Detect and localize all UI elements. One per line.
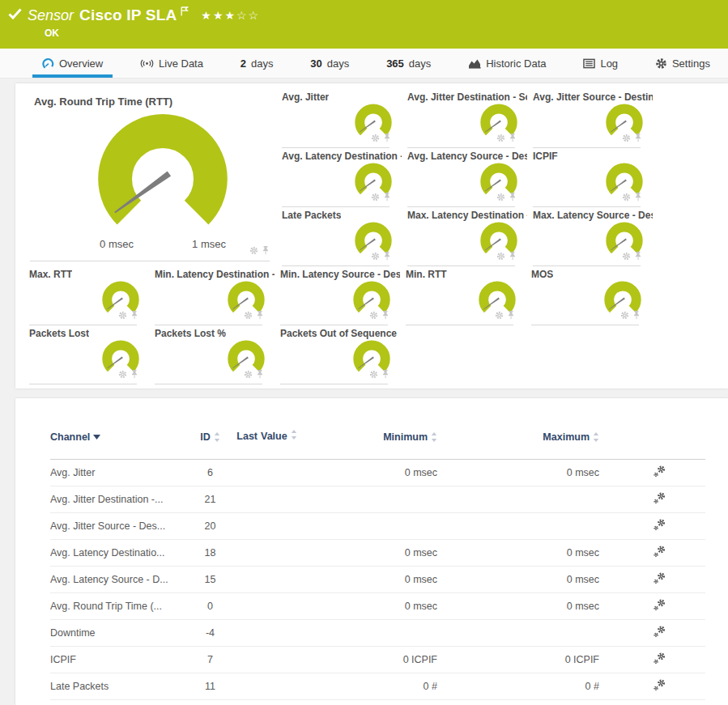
channel-settings-gears-icon[interactable] bbox=[653, 545, 666, 558]
channel-settings-gears-icon[interactable] bbox=[653, 571, 666, 585]
channel-minimum: 0 # bbox=[301, 681, 437, 692]
gauge-title: Min. RTT bbox=[406, 269, 447, 280]
table-row: Avg. Latency Source - D... 15 0 msec 0 m… bbox=[50, 567, 705, 593]
gauge-settings-gear-icon[interactable] bbox=[496, 249, 505, 264]
gauge-pin-icon[interactable] bbox=[381, 367, 390, 382]
gauge-pin-icon[interactable] bbox=[507, 308, 515, 323]
gauge-settings-gear-icon[interactable] bbox=[118, 367, 127, 382]
sort-by-maximum[interactable]: Maximum bbox=[437, 431, 599, 443]
gauge-pin-icon[interactable] bbox=[509, 249, 517, 264]
channel-maximum: 0 # bbox=[437, 681, 599, 692]
gauge-tile: Packets Lost % bbox=[150, 325, 275, 384]
channel-settings-gears-icon[interactable] bbox=[653, 518, 666, 532]
gauge-pin-icon[interactable] bbox=[509, 190, 517, 205]
priority-rating-stars[interactable]: ★★★☆☆ bbox=[201, 9, 260, 22]
gauge-tile: Avg. Latency Destination - So... bbox=[277, 148, 402, 207]
tab-30-days[interactable]: 30days bbox=[300, 49, 359, 78]
gauge-settings-gear-icon[interactable] bbox=[244, 308, 253, 323]
channel-id: 20 bbox=[188, 520, 232, 532]
gauge-settings-gear-icon[interactable] bbox=[622, 131, 631, 146]
gauge-pin-icon[interactable] bbox=[383, 131, 391, 146]
gauge-settings-gear-icon[interactable] bbox=[371, 131, 380, 146]
gauge-settings-gear-icon[interactable] bbox=[244, 367, 253, 382]
tab-settings[interactable]: Settings bbox=[645, 49, 720, 78]
gauge-pin-icon[interactable] bbox=[634, 249, 642, 264]
channel-settings-gears-icon[interactable] bbox=[653, 625, 666, 639]
gauge-tile: Avg. Jitter bbox=[277, 89, 402, 148]
gauge-pin-icon[interactable] bbox=[634, 131, 642, 146]
gauge-title: Max. RTT bbox=[29, 269, 72, 280]
gauge-settings-gear-icon[interactable] bbox=[495, 308, 504, 323]
gauge-pin-icon[interactable] bbox=[130, 308, 138, 323]
sort-by-id[interactable]: ID bbox=[188, 431, 232, 443]
gauge-settings-gear-icon[interactable] bbox=[496, 131, 505, 146]
channel-name: Avg. Round Trip Time (... bbox=[50, 601, 188, 612]
flag-icon[interactable] bbox=[181, 5, 189, 19]
sort-by-channel[interactable]: Channel bbox=[50, 431, 188, 443]
sortable-icon bbox=[431, 432, 437, 442]
gauge-tile: Max. Latency Destination - So... bbox=[402, 207, 528, 266]
channel-name: Avg. Jitter Destination -... bbox=[50, 494, 188, 505]
gauge-title: MOS bbox=[531, 269, 553, 280]
sort-by-minimum[interactable]: Minimum bbox=[301, 431, 437, 443]
gauge-pin-icon[interactable] bbox=[383, 249, 391, 264]
channel-settings-gears-icon[interactable] bbox=[653, 465, 666, 478]
gauge-tile: Min. Latency Source - Destina... bbox=[275, 266, 401, 325]
channel-settings-gears-icon[interactable] bbox=[653, 678, 666, 692]
sort-by-last-value[interactable]: Last Value bbox=[232, 430, 301, 444]
channel-name: Avg. Latency Destinatio... bbox=[50, 547, 188, 558]
gauge-settings-gear-icon[interactable] bbox=[249, 244, 258, 258]
channel-settings-gears-icon[interactable] bbox=[653, 491, 666, 505]
channel-id: 21 bbox=[188, 494, 232, 505]
tab-historic-data[interactable]: Historic Data bbox=[458, 49, 556, 78]
channel-id: 15 bbox=[188, 574, 232, 585]
side-gauge-grid: Avg. Jitter Avg. Jitter Destination - So… bbox=[277, 89, 653, 266]
tab-live-data[interactable]: Live Data bbox=[130, 49, 213, 78]
gauge-pin-icon[interactable] bbox=[632, 308, 641, 323]
gauge-pin-icon[interactable] bbox=[634, 190, 642, 205]
live-signal-icon bbox=[140, 58, 154, 69]
gauge-settings-gear-icon[interactable] bbox=[371, 249, 380, 264]
channel-settings-gears-icon[interactable] bbox=[653, 652, 666, 665]
gauge-tile: Max. Latency Source - Destin... bbox=[528, 207, 653, 266]
gauge-tile: Avg. Jitter Destination - Source bbox=[402, 89, 528, 148]
table-row: Avg. Jitter 6 0 msec 0 msec bbox=[50, 460, 705, 486]
channel-settings-gears-icon[interactable] bbox=[653, 598, 666, 612]
channel-id: 18 bbox=[188, 547, 232, 558]
gauge-settings-gear-icon[interactable] bbox=[496, 190, 505, 205]
tab-log[interactable]: Log bbox=[573, 49, 628, 78]
gauge-settings-gear-icon[interactable] bbox=[622, 190, 631, 205]
gauge-pin-icon[interactable] bbox=[509, 131, 517, 146]
tab-strip: Overview Live Data 2days 30days 365days … bbox=[0, 49, 728, 79]
channel-maximum: 0 ICPIF bbox=[437, 654, 599, 665]
gauge-settings-gear-icon[interactable] bbox=[118, 308, 127, 323]
gauge-tile: Late Packets bbox=[277, 207, 402, 266]
table-body: Avg. Jitter 6 0 msec 0 msec Avg. Jitter … bbox=[50, 460, 705, 700]
gauge-pin-icon[interactable] bbox=[262, 244, 270, 258]
gauge-settings-gear-icon[interactable] bbox=[622, 249, 631, 264]
bottom-gauge-grid: Max. RTT Min. Latency Destination - So..… bbox=[24, 266, 652, 384]
gauge-settings-gear-icon[interactable] bbox=[620, 308, 629, 323]
gauge-tile: ICPIF bbox=[528, 148, 653, 207]
sensor-status-badge: OK bbox=[45, 28, 728, 39]
tab-365-days[interactable]: 365days bbox=[377, 49, 441, 78]
table-row: Late Packets 11 0 # 0 # bbox=[50, 673, 705, 700]
gauge-tile: Max. RTT bbox=[24, 266, 150, 325]
channel-minimum: 0 msec bbox=[301, 601, 437, 612]
gauge-pin-icon[interactable] bbox=[383, 190, 391, 205]
gauge-dial bbox=[86, 102, 240, 240]
gauge-pin-icon[interactable] bbox=[130, 367, 138, 382]
gauge-scale-max: 1 msec bbox=[192, 238, 226, 250]
tab-2-days[interactable]: 2days bbox=[231, 49, 283, 78]
table-row: Downtime -4 bbox=[50, 620, 705, 647]
sensor-header: Sensor Cisco IP SLA ★★★☆☆ OK bbox=[0, 0, 728, 49]
gauge-pin-icon[interactable] bbox=[256, 367, 264, 382]
gauge-pin-icon[interactable] bbox=[256, 308, 264, 323]
sortable-icon bbox=[593, 432, 599, 442]
gauge-settings-gear-icon[interactable] bbox=[371, 190, 380, 205]
gauge-pin-icon[interactable] bbox=[381, 308, 390, 323]
area-chart-icon bbox=[468, 57, 481, 69]
tab-overview[interactable]: Overview bbox=[32, 49, 113, 78]
gauge-settings-gear-icon[interactable] bbox=[369, 308, 378, 323]
gauge-settings-gear-icon[interactable] bbox=[369, 367, 378, 382]
